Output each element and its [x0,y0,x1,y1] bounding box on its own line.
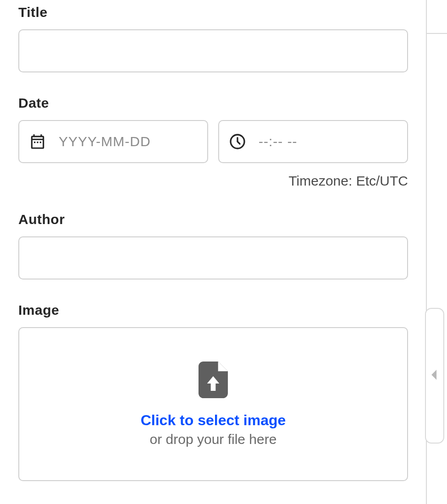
author-label: Author [18,212,408,227]
date-input[interactable]: YYYY-MM-DD [18,120,208,163]
author-input[interactable] [18,236,408,279]
author-field: Author [18,212,408,279]
dropzone-secondary-text: or drop your file here [150,432,277,447]
calendar-icon [28,132,47,151]
form-panel: Title Date YYYY-MM-DD [18,0,408,481]
title-input[interactable] [18,29,408,72]
dropzone-primary-text: Click to select image [141,412,286,429]
title-field: Title [18,5,408,72]
collapse-drawer-button[interactable] [425,308,444,444]
timezone-text: Timezone: Etc/UTC [18,173,408,189]
time-placeholder: --:-- -- [259,134,298,149]
date-label: Date [18,95,408,111]
date-placeholder: YYYY-MM-DD [59,134,151,149]
image-label: Image [18,302,408,318]
title-label: Title [18,5,408,20]
date-time-row: YYYY-MM-DD --:-- -- [18,120,408,163]
chevron-left-icon [431,370,438,382]
date-field: Date YYYY-MM-DD --:-- -- [18,95,408,189]
time-input[interactable]: --:-- -- [218,120,408,163]
panel-divider-top [427,33,447,34]
clock-icon [228,132,247,151]
image-field: Image Click to select image or drop your… [18,302,408,481]
image-dropzone[interactable]: Click to select image or drop your file … [18,327,408,481]
file-upload-icon [198,362,228,398]
